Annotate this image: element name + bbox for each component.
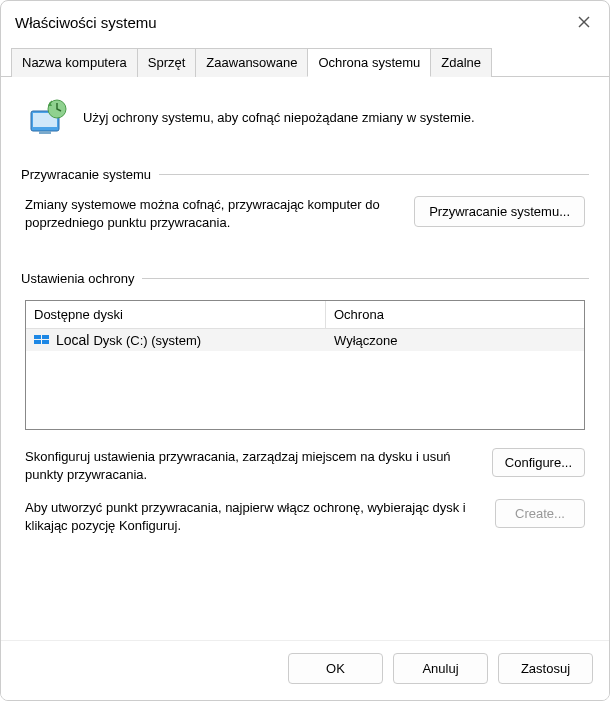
svg-rect-10 (42, 340, 49, 344)
configure-button[interactable]: Configure... (492, 448, 585, 477)
drive-name: Dysk (C:) (system) (93, 333, 201, 348)
tab-hardware[interactable]: Sprzęt (137, 48, 197, 77)
cancel-button[interactable]: Anuluj (393, 653, 488, 684)
drives-list[interactable]: Dostępne dyski Ochrona Local Dysk (C:) (… (25, 300, 585, 430)
group-protection-text: Ustawienia ochrony (21, 271, 134, 286)
tab-advanced[interactable]: Zaawansowane (195, 48, 308, 77)
dialog-footer: OK Anuluj Zastosuj (1, 640, 609, 700)
close-icon (577, 15, 591, 29)
create-row: Aby utworzyć punkt przywracania, najpier… (21, 499, 589, 534)
divider (159, 174, 589, 175)
drives-header: Dostępne dyski Ochrona (26, 301, 584, 329)
ok-button[interactable]: OK (288, 653, 383, 684)
titlebar: Właściwości systemu (1, 1, 609, 39)
drive-status: Wyłączone (326, 330, 584, 351)
divider (142, 278, 589, 279)
group-protection-label: Ustawienia ochrony (21, 271, 589, 286)
create-button: Create... (495, 499, 585, 528)
restore-description: Zmiany systemowe można cofnąć, przywraca… (25, 196, 400, 231)
group-restore-label: Przywracanie systemu (21, 167, 589, 182)
window-title: Właściwości systemu (15, 14, 157, 31)
drive-local-label: Local (56, 332, 89, 348)
svg-rect-9 (34, 340, 41, 344)
tab-remote[interactable]: Zdalne (430, 48, 492, 77)
col-drives: Dostępne dyski (26, 301, 326, 329)
create-description: Aby utworzyć punkt przywracania, najpier… (25, 499, 483, 534)
configure-row: Skonfiguruj ustawienia przywracania, zar… (21, 448, 589, 483)
svg-rect-8 (42, 335, 49, 339)
restore-row: Zmiany systemowe można cofnąć, przywraca… (21, 196, 589, 231)
tab-computer-name[interactable]: Nazwa komputera (11, 48, 138, 77)
col-protection: Ochrona (326, 301, 584, 329)
group-restore-text: Przywracanie systemu (21, 167, 151, 182)
system-protection-icon (25, 95, 69, 139)
close-button[interactable] (573, 11, 595, 33)
tab-protection[interactable]: Ochrona systemu (307, 48, 431, 77)
apply-button[interactable]: Zastosuj (498, 653, 593, 684)
svg-rect-4 (39, 131, 51, 134)
intro-row: Użyj ochrony systemu, aby cofnąć niepożą… (21, 95, 589, 139)
configure-description: Skonfiguruj ustawienia przywracania, zar… (25, 448, 480, 483)
intro-text: Użyj ochrony systemu, aby cofnąć niepożą… (83, 110, 475, 125)
system-restore-button[interactable]: Przywracanie systemu... (414, 196, 585, 227)
drive-row[interactable]: Local Dysk (C:) (system) Wyłączone (26, 329, 584, 351)
windows-drive-icon (34, 333, 52, 347)
tab-content: Użyj ochrony systemu, aby cofnąć niepożą… (1, 77, 609, 564)
tab-strip: Nazwa komputera Sprzęt Zaawansowane Ochr… (1, 47, 609, 77)
svg-rect-7 (34, 335, 41, 339)
drive-name-cell: Local Dysk (C:) (system) (26, 329, 326, 351)
